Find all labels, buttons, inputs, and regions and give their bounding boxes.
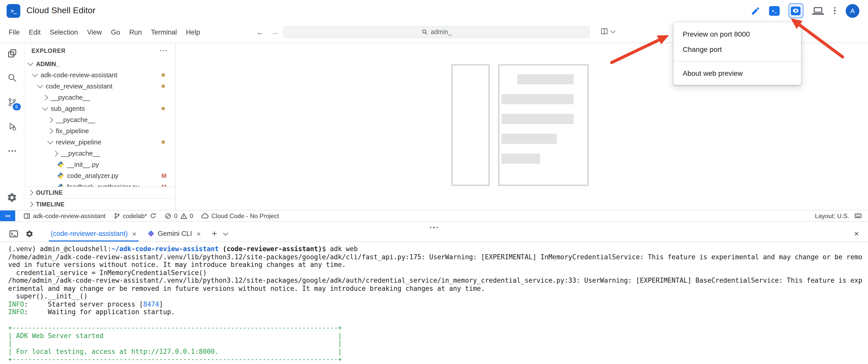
chevron-right-icon	[48, 117, 53, 123]
search-input[interactable]: admin_	[283, 26, 590, 38]
menu-go[interactable]: Go	[106, 28, 125, 36]
warning-icon	[180, 212, 187, 219]
placeholder-page-with-bars	[498, 64, 589, 186]
status-branch-label: codelab*	[123, 212, 147, 219]
terminal-line: | For local testing, access at http://12…	[8, 347, 860, 355]
settings-gear-icon[interactable]	[6, 191, 18, 203]
edit-icon[interactable]	[751, 6, 761, 16]
python-file-icon	[57, 161, 64, 168]
tab-label: Gemini CLI	[158, 230, 192, 237]
menu-run[interactable]: Run	[125, 28, 147, 36]
tree-item--init-py[interactable]: __init__.py	[24, 159, 175, 170]
open-terminal-icon[interactable]: >_	[769, 6, 780, 16]
chevron-right-icon	[28, 202, 33, 207]
tree-item-sub-agents[interactable]: sub_agents	[24, 103, 175, 114]
menu-edit[interactable]: Edit	[24, 28, 45, 36]
timeline-section[interactable]: TIMELINE	[24, 198, 175, 210]
tree-item-label: feedback_synthesizer.py	[67, 183, 140, 187]
tree-item--pycache-[interactable]: __pycache__	[24, 148, 175, 159]
terminal-line	[8, 316, 860, 324]
menu-item-change-port[interactable]: Change port	[674, 42, 801, 57]
more-views-icon[interactable]	[6, 145, 18, 157]
explorer-header: EXPLORER ···	[24, 43, 175, 58]
web-preview-button[interactable]	[788, 3, 804, 18]
status-bar: >< adk-code-review-assistant codelab* 0 …	[0, 210, 868, 222]
terminal-settings-icon[interactable]	[25, 229, 33, 238]
account-avatar[interactable]: A	[846, 4, 859, 18]
chevron-down-icon	[37, 82, 43, 88]
split-editor-icon[interactable]	[600, 27, 615, 35]
gemini-icon	[148, 230, 154, 237]
tree-item-code-review-assistant[interactable]: code_review_assistant	[24, 81, 175, 92]
more-options-icon[interactable]	[833, 7, 837, 14]
status-workspace[interactable]: adk-code-review-assistant	[23, 212, 105, 219]
chevron-right-icon	[53, 150, 58, 156]
menu-item-about-web-preview[interactable]: About web preview	[674, 65, 801, 81]
menu-file[interactable]: File	[4, 28, 24, 36]
terminal-line: /home/admin_/adk-code-review-assistant/.…	[8, 253, 860, 261]
terminal-tab-gemini-cli[interactable]: Gemini CLI ×	[147, 226, 203, 242]
tree-item-review-pipeline[interactable]: review_pipeline	[24, 137, 175, 148]
chevron-down-icon	[42, 105, 48, 111]
tree-item-feedback-synthesizer-py[interactable]: feedback_synthesizer.pyM	[24, 181, 175, 187]
status-keyboard-layout[interactable]: Layout: U.S.	[815, 212, 849, 219]
workspace-root[interactable]: ADMIN_	[24, 58, 175, 69]
terminal-tab-code-reviewer-assistant[interactable]: (code-reviewer-assistant) ×	[49, 226, 138, 242]
tree-item--pycache-[interactable]: __pycache__	[24, 114, 175, 125]
remote-indicator[interactable]: ><	[0, 211, 15, 221]
placeholder-bar	[501, 94, 574, 104]
status-cloud-code[interactable]: Cloud Code - No Project	[201, 212, 279, 220]
web-preview-menu: Preview on port 8000Change portAbout web…	[674, 22, 801, 85]
terminal-output[interactable]: (.venv) admin_@cloudshell:~/adk-code-rev…	[0, 242, 868, 364]
placeholder-page	[451, 64, 490, 186]
terminal-line: super().__init__()	[8, 292, 860, 300]
tree-item-label: review_pipeline	[56, 139, 101, 146]
explorer-actions-icon[interactable]: ···	[160, 47, 168, 55]
tree-item--pycache-[interactable]: __pycache__	[24, 92, 175, 103]
status-problems[interactable]: 0 0	[164, 212, 193, 219]
panel-resize-handle[interactable]	[430, 227, 438, 228]
tree-item-adk-code-review-assistant[interactable]: adk-code-review-assistant	[24, 69, 175, 81]
window-icon	[23, 212, 30, 219]
tree-item-fix-pipeline[interactable]: fix_pipeline	[24, 125, 175, 137]
terminal-icon[interactable]	[9, 229, 18, 238]
placeholder-bar	[501, 134, 557, 144]
close-tab-icon[interactable]: ×	[197, 229, 201, 238]
explorer-view-icon[interactable]	[6, 47, 18, 59]
terminal-line: erimental and may change or be removed i…	[8, 284, 860, 292]
status-right: Layout: U.S.	[815, 212, 868, 220]
outline-section[interactable]: OUTLINE	[24, 187, 175, 198]
terminal-dropdown-icon[interactable]	[223, 230, 228, 235]
run-debug-view-icon[interactable]	[6, 120, 18, 133]
keyboard-layout-label: Layout: U.S.	[815, 212, 849, 219]
terminal-line: (.venv) admin_@cloudshell:~/adk-code-rev…	[8, 245, 860, 253]
tree-item-label: __pycache__	[51, 94, 90, 102]
modified-dot	[161, 107, 165, 111]
menu-help[interactable]: Help	[182, 28, 205, 36]
chevron-right-icon	[28, 190, 33, 196]
logo-glyph: >_	[11, 7, 17, 14]
back-arrow-icon[interactable]: ←	[256, 28, 264, 36]
terminal-line: +---------------------------------------…	[8, 324, 860, 332]
menu-terminal[interactable]: Terminal	[147, 28, 182, 36]
keyboard-icon	[854, 212, 862, 220]
new-terminal-icon[interactable]: +	[212, 228, 217, 239]
source-control-view-icon[interactable]: 6	[6, 96, 18, 108]
search-view-icon[interactable]	[6, 72, 18, 84]
terminal-line: INFO: Started server process [8474]	[8, 300, 860, 308]
status-branch[interactable]: codelab*	[114, 212, 156, 219]
menu-view[interactable]: View	[83, 28, 106, 36]
chevron-down-icon	[32, 71, 38, 77]
tab-label: (code-reviewer-assistant)	[51, 230, 128, 237]
forward-arrow-icon[interactable]: →	[271, 28, 279, 36]
modified-dot	[161, 141, 165, 144]
layout-switcher-icon[interactable]	[854, 212, 862, 220]
close-panel-icon[interactable]: ×	[854, 229, 859, 238]
tree-item-code-analyzer-py[interactable]: code_analyzer.pyM	[24, 170, 175, 181]
outline-label: OUTLINE	[36, 190, 63, 196]
placeholder-bar	[517, 74, 574, 84]
open-new-window-icon[interactable]	[812, 7, 824, 15]
menu-selection[interactable]: Selection	[45, 28, 83, 36]
close-tab-icon[interactable]: ×	[132, 229, 136, 238]
menu-item-preview-on-port-8000[interactable]: Preview on port 8000	[674, 26, 801, 42]
